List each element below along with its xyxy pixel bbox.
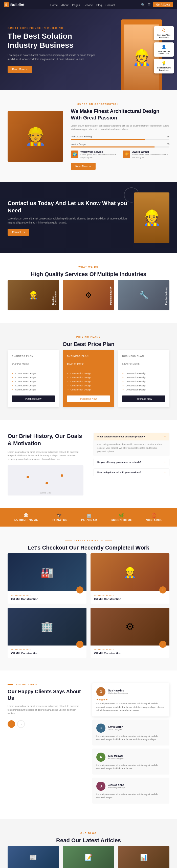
- blog-card-1[interactable]: 📝 18 Sep, 2022 5 Comments How To Onboard…: [63, 846, 114, 868]
- services-grid: 👷 Building Construction ⚙ Pipeline Indus…: [7, 280, 169, 310]
- pricing-feature-1-2: Construction Design: [67, 380, 110, 383]
- progress-bar-0: [71, 139, 169, 140]
- testi-role-2: Marketing Manager: [108, 786, 125, 789]
- brand-1[interactable]: 🦅 Pariatur: [52, 513, 67, 522]
- service-img-1: ⚙: [63, 280, 114, 310]
- service-card-2[interactable]: 🔧 Pipeline Industry: [118, 280, 169, 310]
- pricing-title: Our Best Price Plan: [7, 341, 169, 348]
- nav-pages[interactable]: Pages: [72, 3, 80, 6]
- portfolio-card-title-1: Oil Mill Construction: [94, 597, 166, 600]
- brand-4[interactable]: 🚫 Non Arcu: [146, 513, 163, 522]
- faq-question-2[interactable]: How do I get started with your services?…: [94, 468, 169, 476]
- pricing-grid: Business Plan $424Per Month Construction…: [7, 350, 169, 407]
- service-card-0[interactable]: 👷 Building Construction: [7, 280, 59, 310]
- nav-contact[interactable]: Contact: [106, 3, 115, 6]
- feature-desc-0: Lorem ipsum dolor sit amet consectetur a…: [80, 153, 118, 159]
- brand-name-0: Lumber Home: [14, 518, 38, 521]
- pricing-btn-0[interactable]: Purchase Now: [11, 396, 55, 402]
- brand-name-3: Green Home: [111, 519, 132, 522]
- history-title: Our Brief History, Our Goals & Motivatio…: [7, 433, 84, 447]
- pricing-feature-0-0: Construction Design: [11, 372, 55, 375]
- testi-next-arrow[interactable]: →: [17, 720, 25, 728]
- logo-text: Buildint: [10, 2, 25, 7]
- portfolio-card-title-3: Oil Mill Construction: [94, 652, 166, 655]
- testi-avatar-2: J: [96, 782, 106, 791]
- services-title: High Quality Services Of Multiple Indust…: [7, 271, 169, 278]
- portfolio-tag-1: Industrial Build: [94, 594, 166, 596]
- cta-button[interactable]: Contact Us: [7, 229, 29, 236]
- award-icon: 🏆: [123, 151, 130, 158]
- map-dot-1: [46, 482, 48, 485]
- map-dot-0: [27, 476, 29, 478]
- portfolio-card-3[interactable]: ⚙ Industrial Build Oil Mill Construction…: [90, 608, 169, 658]
- logo-icon: B: [4, 2, 9, 7]
- testi-role-1: Product Designer: [108, 757, 124, 760]
- blog-card-0[interactable]: 📰 22 Sep, 2022 2 Comments Digital Privac…: [7, 846, 59, 868]
- portfolio-card-2[interactable]: 🏢 Industrial Build Oil Mill Construction…: [7, 608, 86, 658]
- faq-question-1[interactable]: Do you offer any guarantees or refunds? …: [94, 458, 169, 466]
- pricing-price-0: $424Per Month: [11, 359, 55, 366]
- hero-description: Lorem ipsum dolor sit amet consectetur a…: [7, 53, 98, 61]
- testi-card-2: J Jessica Anne Marketing Manager Lorem i…: [92, 778, 169, 804]
- testi-role-0: UI/UX Designer: [108, 728, 123, 731]
- nav-blog[interactable]: Blog: [96, 3, 102, 6]
- progress-label-0: Architecture Building 75: [71, 135, 169, 138]
- blog-card-2[interactable]: 📊 14 Sep, 2022 3 Comments How Marketing …: [118, 846, 169, 868]
- faq-question-0[interactable]: What services does your business provide…: [94, 433, 169, 440]
- blog-grid: 📰 22 Sep, 2022 2 Comments Digital Privac…: [7, 846, 169, 868]
- faq-icon-0: −: [165, 435, 166, 438]
- portfolio-card-1[interactable]: 👷 Industrial Build Oil Mill Construction…: [90, 553, 169, 603]
- testi-name-2: Jessica Anne: [108, 784, 125, 786]
- testi-header-1: A Alex Maxwel Product Designer: [96, 752, 165, 762]
- pricing-price-2: $300Per Month: [122, 359, 165, 366]
- brands-section: 🏛 Lumber Home 🦅 Pariatur 🏢 Pulvinar 🌿 Gr…: [0, 508, 177, 527]
- portfolio-info-2: Industrial Build Oil Mill Construction: [7, 646, 86, 658]
- faq-item-2: How do I get started with your services?…: [94, 468, 169, 476]
- hero-content: Great Experience In Building The Best So…: [7, 27, 98, 73]
- pricing-card-label-0: Business Plan: [11, 355, 55, 358]
- feature-desc-1: Lorem ipsum dolor sit amet consectetur a…: [132, 153, 169, 159]
- testi-label: Testimonials: [7, 683, 85, 686]
- nav-cta-button[interactable]: Get A Quote: [153, 2, 173, 7]
- nav-home[interactable]: Home: [50, 3, 58, 6]
- about-title: We Make Finest Architectural Design With…: [71, 108, 169, 121]
- nav-logo[interactable]: B Buildint: [4, 2, 25, 7]
- about-content: Superior Construction We Make Finest Arc…: [71, 103, 169, 170]
- testi-card-0: K Kevin Martin UI/UX Designer Lorem ipsu…: [92, 719, 169, 745]
- brand-2[interactable]: 🏢 Pulvinar: [81, 513, 97, 522]
- search-icon[interactable]: 🔍: [141, 3, 145, 6]
- about-subtitle: Superior Construction: [71, 103, 169, 105]
- pricing-feature-1-1: Construction Design: [67, 376, 110, 379]
- pricing-feature-1-3: Construction Design: [67, 384, 110, 387]
- progress-label-1: Interior Design 85: [71, 143, 169, 146]
- nav-about[interactable]: About: [61, 3, 68, 6]
- brand-3[interactable]: 🌿 Green Home: [111, 513, 132, 522]
- hero-cta-button[interactable]: Read More →: [7, 66, 32, 73]
- about-cta-button[interactable]: Read More →: [71, 163, 96, 170]
- portfolio-info-0: Industrial Build Oil Mill Construction: [7, 591, 86, 603]
- pricing-btn-2[interactable]: Purchase Now: [122, 396, 165, 402]
- brand-name-4: Non Arcu: [146, 519, 163, 522]
- history-section: Our Brief History, Our Goals & Motivatio…: [0, 420, 177, 508]
- nav-links: Home About Pages Service Blog Contact: [50, 2, 115, 7]
- portfolio-tag-2: Industrial Build: [11, 649, 83, 651]
- faq-answer-0: Our pricing depends on the specific serv…: [94, 440, 169, 456]
- service-card-1[interactable]: ⚙ Pipeline Industry: [63, 280, 114, 310]
- portfolio-grid: 🏭 Industrial Build Oil Mill Construction…: [7, 553, 169, 658]
- menu-icon[interactable]: ☰: [147, 3, 151, 7]
- feature-info-1: Award Winner Lorem ipsum dolor sit amet …: [132, 151, 169, 159]
- nav-service[interactable]: Service: [84, 3, 93, 6]
- blog-img-1: 📝: [63, 846, 114, 868]
- pricing-feature-2-0: Construction Design: [122, 372, 165, 375]
- hero-card-1: 👤 Work With Our Expert Team: [154, 42, 174, 57]
- testi-prev-arrow[interactable]: ←: [7, 720, 15, 728]
- nav-right: 🔍 ☰ Get A Quote: [141, 2, 173, 7]
- hero-subtitle: Great Experience In Building: [7, 27, 98, 30]
- brand-0[interactable]: 🏛 Lumber Home: [14, 513, 38, 521]
- portfolio-card-0[interactable]: 🏭 Industrial Build Oil Mill Construction…: [7, 553, 86, 603]
- testimonials-right: G Guy Hawkins Marketing Coordinator ★★★★…: [92, 683, 169, 807]
- testi-info-1: Alex Maxwel Product Designer: [108, 754, 124, 760]
- pricing-btn-1[interactable]: Purchase Now: [67, 396, 110, 402]
- card-icon-2: 💡: [156, 61, 171, 66]
- service-title-0: Building Construction: [52, 282, 57, 305]
